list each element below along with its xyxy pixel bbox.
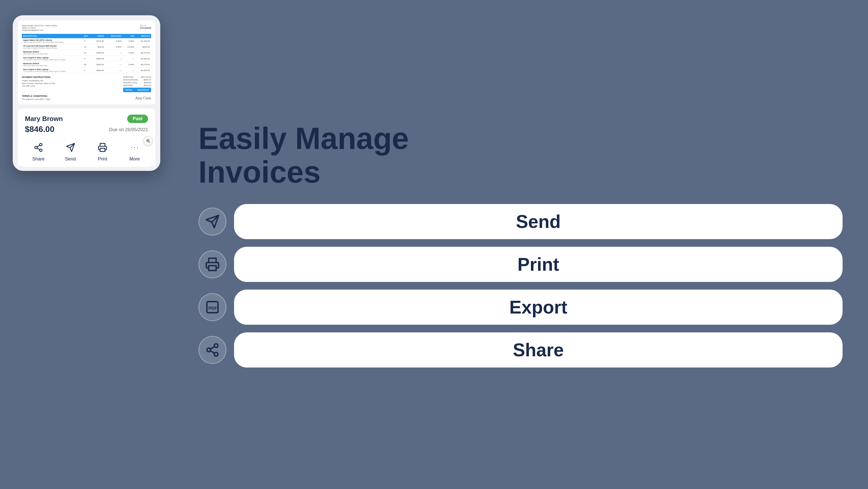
svg-line-23 bbox=[210, 351, 215, 353]
invoice-document: Marlborough, MA 01752, United States (50… bbox=[18, 20, 155, 105]
col-tax: TAX bbox=[123, 34, 135, 38]
col-description: DESCRIPTION bbox=[22, 34, 83, 38]
action-share-label: Share bbox=[32, 156, 44, 162]
action-bar: Share Send bbox=[20, 135, 153, 167]
feature-send-icon-circle bbox=[198, 207, 226, 236]
svg-rect-17 bbox=[209, 266, 216, 270]
po-label: P.O. # bbox=[140, 24, 151, 27]
payment-instructions: PAYMENT INSTRUCTIONS Paypal: amy@billing… bbox=[22, 76, 55, 92]
invoice-table: DESCRIPTION QTY PRICE DISCOUNT TAX AMOUN… bbox=[22, 34, 151, 74]
svg-line-8 bbox=[37, 145, 40, 147]
print-icon bbox=[96, 141, 109, 154]
svg-rect-11 bbox=[100, 148, 105, 151]
headline-line2: Invoices bbox=[198, 155, 843, 189]
svg-line-1 bbox=[149, 142, 150, 143]
print-button-label: Print bbox=[518, 254, 559, 275]
action-print-label: Print bbox=[98, 156, 107, 162]
status-badge: Paid bbox=[127, 115, 148, 123]
share-icon bbox=[32, 141, 45, 154]
action-send-label: Send bbox=[65, 156, 76, 162]
customer-name: Mary Brown bbox=[25, 115, 63, 123]
col-price: PRICE bbox=[92, 34, 105, 38]
send-button[interactable]: Send bbox=[234, 204, 843, 239]
svg-point-14 bbox=[137, 147, 138, 148]
svg-line-7 bbox=[37, 148, 40, 149]
share-button-label: Share bbox=[513, 340, 564, 361]
table-row: TP-Link AC1750 Smart WiFi RouterDual Ban… bbox=[22, 44, 151, 50]
left-panel: Marlborough, MA 01752, United States (50… bbox=[0, 0, 173, 489]
phone-mockup: Marlborough, MA 01752, United States (50… bbox=[13, 15, 160, 171]
table-row: Nintendo SwitchWith Neon Blue and Neon R… bbox=[22, 62, 151, 67]
feature-print[interactable]: Print bbox=[198, 247, 843, 282]
action-send[interactable]: Send bbox=[64, 141, 77, 162]
col-discount: DISCOUNT bbox=[105, 34, 123, 38]
export-button[interactable]: Export bbox=[234, 290, 843, 325]
action-more-label: More bbox=[129, 156, 140, 162]
zoom-button[interactable] bbox=[144, 136, 153, 145]
feature-send[interactable]: Send bbox=[198, 204, 843, 239]
table-row: Apple Watch SE (GPS, 44mm)Space Gray Alu… bbox=[22, 38, 151, 44]
feature-share-icon-circle bbox=[198, 336, 226, 364]
po-number: PO100056 bbox=[140, 27, 151, 29]
share-button[interactable]: Share bbox=[234, 333, 843, 368]
action-more[interactable]: More bbox=[128, 141, 141, 162]
terms-section: TERMS & CONDITIONS The payment is due wi… bbox=[22, 95, 151, 100]
feature-print-icon-circle bbox=[198, 250, 226, 278]
action-print[interactable]: Print bbox=[96, 141, 109, 162]
col-qty: QTY bbox=[83, 34, 92, 38]
send-button-label: Send bbox=[516, 211, 561, 232]
export-button-label: Export bbox=[509, 297, 567, 318]
feature-export-icon-circle: PDF bbox=[198, 293, 226, 321]
feature-export[interactable]: PDF Export bbox=[198, 290, 843, 325]
invoice-amount: $846.00 bbox=[25, 124, 55, 134]
svg-point-13 bbox=[134, 147, 135, 148]
signature: Amy Clark bbox=[135, 96, 151, 100]
table-row: Acer Aspire 5 Slim Laptop15.6 inches Ful… bbox=[22, 67, 151, 74]
right-panel: Easily Manage Invoices Send bbox=[173, 101, 868, 388]
svg-line-24 bbox=[210, 347, 214, 349]
feature-share[interactable]: Share bbox=[198, 333, 843, 368]
table-row: Acer Aspire 5 Slim Laptop15.6 inches Ful… bbox=[22, 56, 151, 62]
headline-line1: Easily Manage bbox=[198, 121, 843, 155]
col-amount: AMOUNT bbox=[135, 34, 151, 38]
totals-section: SUBTOTAL$10,125.34 DISCOUNT(5%)-$506.27 … bbox=[123, 76, 151, 92]
table-row: Nintendo SwitchWith Neon Blue and Neon R… bbox=[22, 50, 151, 56]
print-button[interactable]: Print bbox=[234, 247, 843, 282]
action-share[interactable]: Share bbox=[32, 141, 45, 162]
headline: Easily Manage Invoices bbox=[198, 121, 843, 189]
svg-point-12 bbox=[131, 147, 132, 148]
invoice-info-card: Mary Brown Paid $846.00 Due on 26/05/202… bbox=[18, 109, 155, 166]
send-icon bbox=[64, 141, 77, 154]
due-date: Due on 26/05/2021 bbox=[109, 127, 148, 133]
svg-text:PDF: PDF bbox=[208, 306, 217, 311]
feature-list: Send Print PDF bbox=[198, 204, 843, 368]
more-icon bbox=[128, 141, 141, 154]
